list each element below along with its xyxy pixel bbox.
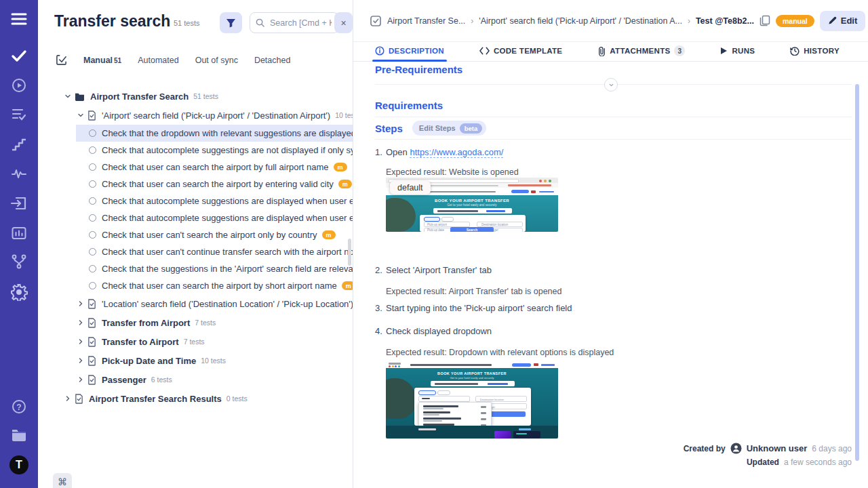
history-clock-icon xyxy=(790,46,800,56)
search-button-mock: Search xyxy=(450,227,494,232)
chevron-right-icon[interactable] xyxy=(77,300,85,308)
tab-detached[interactable]: Detached xyxy=(254,56,291,65)
chevron-right-icon[interactable] xyxy=(77,338,85,346)
step-text: Start typing into the 'Pick-up airport' … xyxy=(386,303,572,313)
meta-footer: Created by Unknown user 6 days ago Updat… xyxy=(684,443,852,470)
test-row[interactable]: Check that user can search the airport b… xyxy=(76,176,353,192)
chevron-right-icon[interactable] xyxy=(77,375,85,384)
filter-button[interactable] xyxy=(220,12,242,33)
tree-suite-location-search-field[interactable]: 'Location' search field ('Destination Lo… xyxy=(38,294,353,313)
test-row[interactable]: Check that user can't search the airport… xyxy=(76,226,353,243)
breadcrumb-separator: › xyxy=(688,16,690,26)
copy-icon[interactable] xyxy=(760,15,770,26)
tab-description[interactable]: DESCRIPTION xyxy=(375,42,444,60)
tab-attachments[interactable]: ATTACHMENTS 3 xyxy=(597,42,685,60)
svg-text:?: ? xyxy=(16,403,21,412)
tab-automated[interactable]: Automated xyxy=(138,56,178,65)
created-ago: 6 days ago xyxy=(812,444,852,453)
test-cases-check-icon[interactable] xyxy=(0,49,38,62)
suggestion-sub-skeleton xyxy=(423,420,442,422)
test-label: Check that user can search the airport b… xyxy=(102,179,334,189)
browser-dot xyxy=(539,180,542,182)
test-row[interactable]: Check that autocomplete suggestions are … xyxy=(76,209,353,226)
tree-suite-search-results[interactable]: Airport Transfer Search Results 0 tests xyxy=(38,389,353,408)
tab-code-template[interactable]: CODE TEMPLATE xyxy=(479,42,562,60)
search-box[interactable] xyxy=(250,12,339,33)
typed-query-skeleton xyxy=(422,398,430,399)
hamburger-menu-icon[interactable] xyxy=(0,12,38,26)
collapse-section-button[interactable] xyxy=(604,78,618,92)
analytics-chart-icon[interactable] xyxy=(0,225,38,241)
test-runs-play-icon[interactable] xyxy=(0,77,38,94)
detail-scrollbar[interactable] xyxy=(855,84,859,461)
attachments-count-badge: 3 xyxy=(674,45,685,56)
test-row[interactable]: Check that user can search the airport b… xyxy=(76,277,353,294)
test-row[interactable]: Check that autocomplete suggestings are … xyxy=(76,142,353,159)
step-screenshot-attachment[interactable]: BOOK YOUR AIRPORT TRANSFER Get to your h… xyxy=(386,361,558,439)
tree-suite-airport-search-field[interactable]: 'Airport' search field ('Pick-up Airport… xyxy=(38,106,353,125)
test-row[interactable]: Check that the dropdown with relevant su… xyxy=(76,125,353,142)
tab-out-of-sync[interactable]: Out of sync xyxy=(195,56,238,65)
filter-tabs: Manual51 Automated Out of sync Detached xyxy=(56,54,290,66)
test-plans-list-icon[interactable] xyxy=(0,107,38,122)
integrations-branch-icon[interactable] xyxy=(0,253,38,270)
file-check-icon xyxy=(87,375,96,385)
hero-subtitle: Get to your hotel easily and securely xyxy=(386,203,558,207)
milestones-steps-icon[interactable] xyxy=(0,137,38,152)
step-screenshot-attachment[interactable]: BOOK YOUR AIRPORT TRANSFER Get to your h… xyxy=(386,178,558,232)
manual-count: 51 xyxy=(114,57,121,64)
chevron-down-icon[interactable] xyxy=(64,92,72,100)
tab-label: CODE TEMPLATE xyxy=(494,47,562,55)
tree-suite-passenger[interactable]: Passenger 6 tests xyxy=(38,370,353,389)
chevron-right-icon[interactable] xyxy=(77,357,85,365)
nav-flag xyxy=(531,190,536,193)
step-link[interactable]: https://www.agoda.com/ xyxy=(410,147,503,158)
created-by-user[interactable]: Unknown user xyxy=(747,443,808,453)
nav-rail: ? T xyxy=(0,0,38,488)
suite-label: 'Location' search field ('Destination Lo… xyxy=(102,299,353,309)
tree-root-folder[interactable]: Airport Transfer Search 51 tests xyxy=(38,87,353,106)
file-check-icon xyxy=(87,337,96,347)
breadcrumb-suite[interactable]: 'Airport' search field ('Pick-up Airport… xyxy=(479,16,682,26)
suite-count: 7 tests xyxy=(195,319,216,327)
search-input[interactable] xyxy=(269,18,333,28)
chevron-down-icon[interactable] xyxy=(77,111,85,119)
test-id[interactable]: @Te8b2... xyxy=(715,16,754,26)
tree-scrollbar[interactable] xyxy=(348,239,351,266)
keyboard-shortcuts-button[interactable]: ⌘ xyxy=(53,473,72,488)
edit-steps-button[interactable]: Edit Steps beta xyxy=(412,121,486,136)
tree-suite-pickup-date-time[interactable]: Pick-up Date and Time 10 tests xyxy=(38,351,353,370)
projects-folder-icon[interactable] xyxy=(0,427,38,442)
chevron-down-icon xyxy=(608,82,614,88)
step-number: 1. xyxy=(375,147,386,157)
nav-signin-skeleton xyxy=(539,191,554,193)
settings-gear-icon[interactable] xyxy=(0,283,38,301)
breadcrumb-suite-root[interactable]: Airport Transfer Se... xyxy=(387,16,465,26)
help-icon[interactable]: ? xyxy=(0,399,38,415)
step-text: Select 'Airport Transfer' tab xyxy=(386,265,492,275)
from-airport-pill xyxy=(418,390,436,395)
chevron-right-icon[interactable] xyxy=(64,394,72,403)
select-all-icon[interactable] xyxy=(56,54,67,66)
test-row[interactable]: Check that user can't continue transfer … xyxy=(76,243,353,260)
user-avatar[interactable]: T xyxy=(0,455,38,474)
section-divider xyxy=(375,139,852,140)
tree-suite-transfer-to-airport[interactable]: Transfer to Airport 7 tests xyxy=(38,332,353,351)
test-row[interactable]: Check that user can search the airport b… xyxy=(76,159,353,176)
file-check-icon xyxy=(87,318,96,328)
test-row[interactable]: Check that autocomplete suggestions are … xyxy=(76,192,353,209)
tab-manual[interactable]: Manual51 xyxy=(83,56,121,65)
chevron-right-icon[interactable] xyxy=(77,319,85,327)
test-doc-check-icon xyxy=(370,15,382,27)
defects-activity-icon[interactable] xyxy=(0,166,38,181)
test-row[interactable]: Check that the suggestions in the 'Airpo… xyxy=(76,260,353,277)
expected-result: Expected result: Airport Transfer' tab i… xyxy=(386,287,561,296)
edit-button[interactable]: Edit xyxy=(820,11,866,31)
import-box-arrow-icon[interactable] xyxy=(0,195,38,211)
search-close-button[interactable]: × xyxy=(334,12,353,33)
tab-runs[interactable]: RUNS xyxy=(720,42,755,60)
tree-suite-transfer-from-airport[interactable]: Transfer from Airport 7 tests xyxy=(38,313,353,332)
destination-label: Destination location xyxy=(481,223,508,226)
tab-history[interactable]: HISTORY xyxy=(790,42,840,60)
created-by-label: Created by xyxy=(684,444,726,453)
